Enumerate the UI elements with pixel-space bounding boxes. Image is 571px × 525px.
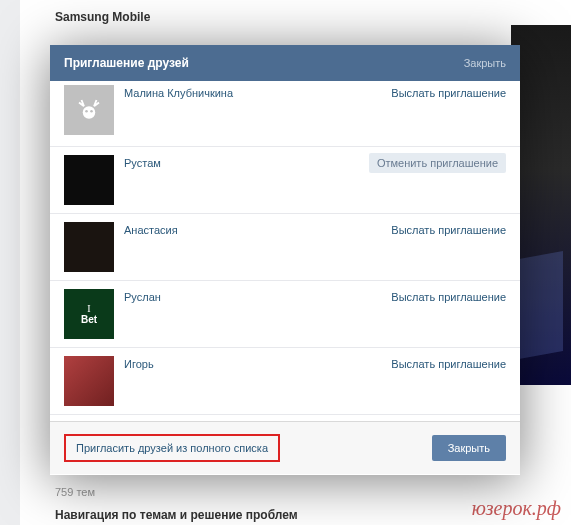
nav-topics-heading[interactable]: Навигация по темам и решение проблем <box>55 508 298 522</box>
send-invite-link[interactable]: Выслать приглашение <box>391 356 506 370</box>
modal-close-link[interactable]: Закрыть <box>464 57 506 69</box>
friend-name-link[interactable]: Игорь <box>124 356 154 370</box>
friend-row: АнастасияВыслать приглашение <box>50 214 520 281</box>
left-gutter <box>0 0 20 525</box>
friend-name-link[interactable]: Рустам <box>124 155 161 169</box>
invite-from-full-list-link[interactable]: Пригласить друзей из полного списка <box>64 434 280 462</box>
avatar[interactable]: IBet <box>64 289 114 339</box>
ad-banner[interactable] <box>511 25 571 385</box>
friend-row: ИгорьВыслать приглашение <box>50 348 520 415</box>
modal-title: Приглашение друзей <box>64 56 189 70</box>
avatar[interactable] <box>64 155 114 205</box>
friend-name-link[interactable]: Руслан <box>124 289 161 303</box>
send-invite-link[interactable]: Выслать приглашение <box>391 85 506 99</box>
avatar[interactable] <box>64 222 114 272</box>
modal-header: Приглашение друзей Закрыть <box>50 45 520 81</box>
page-title[interactable]: Samsung Mobile <box>55 10 150 24</box>
svg-point-2 <box>90 110 93 113</box>
watermark: юзерок.рф <box>472 497 561 520</box>
svg-point-1 <box>85 110 88 113</box>
friend-name-link[interactable]: Малина Клубничкина <box>124 85 233 99</box>
send-invite-link[interactable]: Выслать приглашение <box>391 222 506 236</box>
avatar[interactable] <box>64 85 114 135</box>
friend-row: Малина КлубничкинаВыслать приглашение <box>50 81 520 147</box>
avatar[interactable] <box>64 356 114 406</box>
invite-friends-modal: Приглашение друзей Закрыть Малина Клубни… <box>50 45 520 475</box>
cancel-invite-button[interactable]: Отменить приглашение <box>369 153 506 173</box>
svg-point-0 <box>83 106 96 119</box>
topic-count: 759 тем <box>55 486 95 498</box>
friends-list[interactable]: Малина КлубничкинаВыслать приглашениеРус… <box>50 81 520 421</box>
friend-name-link[interactable]: Анастасия <box>124 222 178 236</box>
send-invite-link[interactable]: Выслать приглашение <box>391 289 506 303</box>
friend-row: РустамОтменить приглашение <box>50 147 520 214</box>
close-button[interactable]: Закрыть <box>432 435 506 461</box>
friend-row: IBetРусланВыслать приглашение <box>50 281 520 348</box>
modal-footer: Пригласить друзей из полного списка Закр… <box>50 421 520 474</box>
